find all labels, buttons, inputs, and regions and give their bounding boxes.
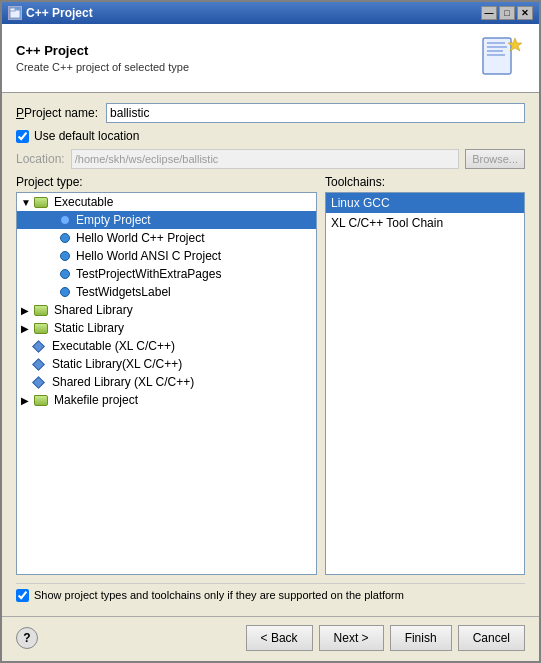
button-row: ? < Back Next > Finish Cancel [2, 616, 539, 661]
use-default-location-label: Use default location [34, 129, 139, 143]
tree-item-label: Makefile project [54, 393, 138, 407]
header-text: C++ Project Create C++ project of select… [16, 43, 189, 73]
toolchains-label: Toolchains: [325, 175, 525, 189]
folder-icon [34, 305, 48, 316]
finish-button[interactable]: Finish [390, 625, 452, 651]
tree-item-label: Shared Library [54, 303, 133, 317]
expand-arrow: ▶ [21, 395, 31, 406]
bullet-icon [60, 233, 70, 243]
bullet-icon [60, 269, 70, 279]
back-button[interactable]: < Back [246, 625, 313, 651]
tree-item-label: TestWidgetsLabel [76, 285, 171, 299]
main-window: C++ Project — □ ✕ C++ Project Create C++… [0, 0, 541, 663]
tree-item-label: Executable (XL C/C++) [52, 339, 175, 353]
location-label: Location: [16, 152, 65, 166]
expand-arrow: ▶ [21, 305, 31, 316]
tree-item-static-xl[interactable]: Static Library(XL C/C++) [17, 355, 316, 373]
panels-row: Project type: ▼ Executable Empty Project [16, 175, 525, 575]
toolchains-list[interactable]: Linux GCC XL C/C++ Tool Chain [325, 192, 525, 575]
minimize-button[interactable]: — [481, 6, 497, 20]
tree-item-static-lib[interactable]: ▶ Static Library [17, 319, 316, 337]
folder-icon [34, 395, 48, 406]
tree-item-label: Executable [54, 195, 113, 209]
tree-item-label: TestProjectWithExtraPages [76, 267, 221, 281]
location-row: Location: Browse... [16, 149, 525, 169]
window-title: C++ Project [26, 6, 93, 20]
platform-filter-checkbox[interactable] [16, 589, 29, 602]
next-button[interactable]: Next > [319, 625, 384, 651]
titlebar-left: C++ Project [8, 6, 93, 20]
tree-item-label: Static Library(XL C/C++) [52, 357, 182, 371]
svg-rect-5 [487, 50, 503, 52]
diamond-icon [32, 376, 45, 389]
expand-arrow: ▼ [21, 197, 31, 208]
list-item-linux-gcc[interactable]: Linux GCC [326, 193, 524, 213]
project-name-input[interactable] [106, 103, 525, 123]
folder-icon [34, 197, 48, 208]
diamond-icon [32, 358, 45, 371]
location-input [71, 149, 459, 169]
tree-item-label: Static Library [54, 321, 124, 335]
header-subtitle: Create C++ project of selected type [16, 61, 189, 73]
tree-item-hello-cpp[interactable]: Hello World C++ Project [17, 229, 316, 247]
tree-item-shared-lib[interactable]: ▶ Shared Library [17, 301, 316, 319]
tree-item-makefile[interactable]: ▶ Makefile project [17, 391, 316, 409]
svg-rect-1 [10, 8, 15, 11]
tree-item-label: Shared Library (XL C/C++) [52, 375, 194, 389]
tree-item-label: Hello World C++ Project [76, 231, 205, 245]
platform-filter-label: Show project types and toolchains only i… [34, 588, 404, 602]
maximize-button[interactable]: □ [499, 6, 515, 20]
bullet-icon [60, 287, 70, 297]
tree-item-hello-c[interactable]: Hello World ANSI C Project [17, 247, 316, 265]
titlebar: C++ Project — □ ✕ [2, 2, 539, 24]
list-item-xl-cpp[interactable]: XL C/C++ Tool Chain [326, 213, 524, 233]
use-default-location-row: Use default location [16, 129, 525, 143]
use-default-location-checkbox[interactable] [16, 130, 29, 143]
project-name-row: PProject name: [16, 103, 525, 123]
project-type-tree[interactable]: ▼ Executable Empty Project Hel [16, 192, 317, 575]
help-button[interactable]: ? [16, 627, 38, 649]
close-button[interactable]: ✕ [517, 6, 533, 20]
window-icon [8, 6, 22, 20]
toolchains-panel: Toolchains: Linux GCC XL C/C++ Tool Chai… [325, 175, 525, 575]
titlebar-buttons: — □ ✕ [481, 6, 533, 20]
svg-rect-6 [487, 54, 505, 56]
expand-arrow: ▶ [21, 323, 31, 334]
tree-item-empty-project[interactable]: Empty Project [17, 211, 316, 229]
tree-item-executable[interactable]: ▼ Executable [17, 193, 316, 211]
svg-rect-3 [487, 42, 505, 44]
cancel-button[interactable]: Cancel [458, 625, 525, 651]
header-title: C++ Project [16, 43, 189, 58]
folder-icon [34, 323, 48, 334]
button-group: < Back Next > Finish Cancel [246, 625, 525, 651]
project-type-label: Project type: [16, 175, 317, 189]
tree-item-shared-xl[interactable]: Shared Library (XL C/C++) [17, 373, 316, 391]
bottom-checkbox-row: Show project types and toolchains only i… [16, 583, 525, 606]
browse-button: Browse... [465, 149, 525, 169]
tree-item-exec-xl[interactable]: Executable (XL C/C++) [17, 337, 316, 355]
tree-item-test-widgets[interactable]: TestWidgetsLabel [17, 283, 316, 301]
header-icon [477, 34, 525, 82]
bullet-icon [60, 215, 70, 225]
svg-rect-4 [487, 46, 507, 48]
tree-item-label: Empty Project [76, 213, 151, 227]
tree-item-label: Hello World ANSI C Project [76, 249, 221, 263]
content: PProject name: Use default location Loca… [2, 93, 539, 616]
project-type-panel: Project type: ▼ Executable Empty Project [16, 175, 317, 575]
bullet-icon [60, 251, 70, 261]
header-section: C++ Project Create C++ project of select… [2, 24, 539, 93]
project-name-label: PProject name: [16, 106, 98, 120]
diamond-icon [32, 340, 45, 353]
tree-item-test-extra[interactable]: TestProjectWithExtraPages [17, 265, 316, 283]
